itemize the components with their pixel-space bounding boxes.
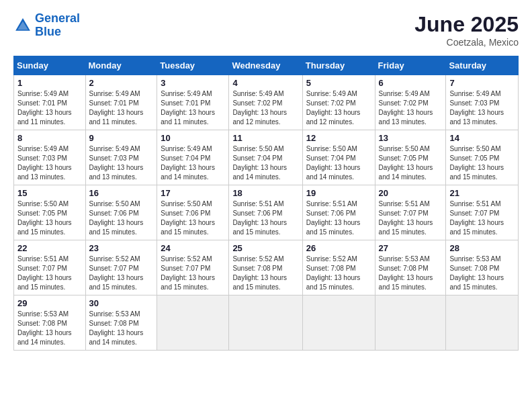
calendar-cell: 8Sunrise: 5:49 AMSunset: 7:03 PMDaylight…	[14, 130, 86, 185]
calendar-cell: 10Sunrise: 5:49 AMSunset: 7:04 PMDayligh…	[157, 130, 229, 185]
day-number: 13	[379, 133, 443, 143]
day-number: 14	[449, 133, 515, 143]
day-number: 12	[306, 133, 371, 143]
day-info: Sunrise: 5:49 AMSunset: 7:03 PMDaylight:…	[89, 144, 154, 182]
day-number: 18	[232, 188, 298, 198]
day-info: Sunrise: 5:50 AMSunset: 7:04 PMDaylight:…	[306, 144, 371, 182]
day-number: 17	[161, 188, 225, 198]
calendar-cell: 21Sunrise: 5:51 AMSunset: 7:07 PMDayligh…	[446, 185, 519, 240]
day-number: 7	[449, 78, 515, 88]
calendar-cell: 23Sunrise: 5:52 AMSunset: 7:07 PMDayligh…	[85, 240, 157, 295]
day-info: Sunrise: 5:52 AMSunset: 7:08 PMDaylight:…	[232, 255, 298, 292]
day-number: 26	[306, 243, 371, 253]
day-info: Sunrise: 5:52 AMSunset: 7:07 PMDaylight:…	[161, 255, 225, 292]
calendar-cell: 12Sunrise: 5:50 AMSunset: 7:04 PMDayligh…	[302, 130, 375, 185]
day-info: Sunrise: 5:53 AMSunset: 7:08 PMDaylight:…	[89, 310, 154, 347]
day-number: 30	[89, 298, 154, 308]
calendar-cell: 14Sunrise: 5:50 AMSunset: 7:05 PMDayligh…	[446, 130, 519, 185]
day-number: 2	[89, 78, 154, 88]
calendar-cell: 3Sunrise: 5:49 AMSunset: 7:01 PMDaylight…	[157, 75, 229, 130]
calendar-cell: 7Sunrise: 5:49 AMSunset: 7:03 PMDaylight…	[446, 75, 519, 130]
calendar-week-3: 15Sunrise: 5:50 AMSunset: 7:05 PMDayligh…	[14, 185, 519, 240]
logo-line1: General	[35, 11, 80, 25]
calendar-header: Sunday Monday Tuesday Wednesday Thursday…	[14, 56, 519, 75]
calendar-cell: 20Sunrise: 5:51 AMSunset: 7:07 PMDayligh…	[375, 185, 446, 240]
month-title: June 2025	[414, 12, 519, 37]
calendar-week-2: 8Sunrise: 5:49 AMSunset: 7:03 PMDaylight…	[14, 130, 519, 185]
day-info: Sunrise: 5:50 AMSunset: 7:05 PMDaylight:…	[17, 199, 82, 237]
day-info: Sunrise: 5:49 AMSunset: 7:02 PMDaylight:…	[232, 89, 298, 127]
day-number: 10	[161, 133, 225, 143]
day-number: 8	[17, 133, 82, 143]
calendar-cell: 27Sunrise: 5:53 AMSunset: 7:08 PMDayligh…	[375, 240, 446, 295]
day-number: 23	[89, 243, 154, 253]
calendar-cell: 4Sunrise: 5:49 AMSunset: 7:02 PMDaylight…	[229, 75, 302, 130]
day-number: 11	[232, 133, 298, 143]
day-number: 16	[89, 188, 154, 198]
day-info: Sunrise: 5:53 AMSunset: 7:08 PMDaylight:…	[449, 255, 515, 292]
day-number: 24	[161, 243, 225, 253]
calendar-cell: 6Sunrise: 5:49 AMSunset: 7:02 PMDaylight…	[375, 75, 446, 130]
calendar-cell: 24Sunrise: 5:52 AMSunset: 7:07 PMDayligh…	[157, 240, 229, 295]
day-number: 15	[17, 188, 82, 198]
calendar-cell: 19Sunrise: 5:51 AMSunset: 7:06 PMDayligh…	[302, 185, 375, 240]
calendar-week-1: 1Sunrise: 5:49 AMSunset: 7:01 PMDaylight…	[14, 75, 519, 130]
calendar-cell: 1Sunrise: 5:49 AMSunset: 7:01 PMDaylight…	[14, 75, 86, 130]
calendar-cell	[302, 295, 375, 351]
day-info: Sunrise: 5:49 AMSunset: 7:01 PMDaylight:…	[17, 89, 82, 127]
col-saturday: Saturday	[446, 56, 519, 75]
day-info: Sunrise: 5:52 AMSunset: 7:07 PMDaylight:…	[89, 255, 154, 292]
day-info: Sunrise: 5:53 AMSunset: 7:08 PMDaylight:…	[379, 255, 443, 292]
day-info: Sunrise: 5:49 AMSunset: 7:04 PMDaylight:…	[161, 144, 225, 182]
calendar-cell: 13Sunrise: 5:50 AMSunset: 7:05 PMDayligh…	[375, 130, 446, 185]
location-subtitle: Coetzala, Mexico	[414, 37, 519, 48]
day-info: Sunrise: 5:50 AMSunset: 7:06 PMDaylight:…	[89, 199, 154, 237]
calendar-cell: 29Sunrise: 5:53 AMSunset: 7:08 PMDayligh…	[14, 295, 86, 351]
calendar-cell: 5Sunrise: 5:49 AMSunset: 7:02 PMDaylight…	[302, 75, 375, 130]
calendar-cell	[157, 295, 229, 351]
calendar-cell: 30Sunrise: 5:53 AMSunset: 7:08 PMDayligh…	[85, 295, 157, 351]
calendar-cell: 11Sunrise: 5:50 AMSunset: 7:04 PMDayligh…	[229, 130, 302, 185]
day-number: 9	[89, 133, 154, 143]
day-info: Sunrise: 5:49 AMSunset: 7:01 PMDaylight:…	[89, 89, 154, 127]
page: General Blue June 2025 Coetzala, Mexico …	[0, 0, 532, 411]
day-number: 21	[449, 188, 515, 198]
calendar: Sunday Monday Tuesday Wednesday Thursday…	[13, 56, 519, 351]
col-sunday: Sunday	[14, 56, 86, 75]
day-number: 27	[379, 243, 443, 253]
weekday-row: Sunday Monday Tuesday Wednesday Thursday…	[14, 56, 519, 75]
day-number: 28	[449, 243, 515, 253]
day-number: 25	[232, 243, 298, 253]
logo-icon	[13, 16, 32, 35]
day-info: Sunrise: 5:50 AMSunset: 7:06 PMDaylight:…	[161, 199, 225, 237]
header: General Blue June 2025 Coetzala, Mexico	[13, 12, 519, 48]
day-info: Sunrise: 5:49 AMSunset: 7:03 PMDaylight:…	[449, 89, 515, 127]
logo-text: General Blue	[35, 12, 80, 39]
calendar-cell	[229, 295, 302, 351]
calendar-week-5: 29Sunrise: 5:53 AMSunset: 7:08 PMDayligh…	[14, 295, 519, 351]
day-info: Sunrise: 5:49 AMSunset: 7:02 PMDaylight:…	[306, 89, 371, 127]
day-info: Sunrise: 5:51 AMSunset: 7:06 PMDaylight:…	[232, 199, 298, 237]
calendar-week-4: 22Sunrise: 5:51 AMSunset: 7:07 PMDayligh…	[14, 240, 519, 295]
calendar-cell: 22Sunrise: 5:51 AMSunset: 7:07 PMDayligh…	[14, 240, 86, 295]
day-info: Sunrise: 5:51 AMSunset: 7:06 PMDaylight:…	[306, 199, 371, 237]
day-number: 3	[161, 78, 225, 88]
calendar-cell	[375, 295, 446, 351]
day-info: Sunrise: 5:51 AMSunset: 7:07 PMDaylight:…	[17, 255, 82, 292]
day-info: Sunrise: 5:49 AMSunset: 7:03 PMDaylight:…	[17, 144, 82, 182]
day-number: 19	[306, 188, 371, 198]
day-number: 20	[379, 188, 443, 198]
col-friday: Friday	[375, 56, 446, 75]
calendar-cell: 28Sunrise: 5:53 AMSunset: 7:08 PMDayligh…	[446, 240, 519, 295]
title-area: June 2025 Coetzala, Mexico	[414, 12, 519, 48]
logo: General Blue	[13, 12, 80, 39]
calendar-cell: 9Sunrise: 5:49 AMSunset: 7:03 PMDaylight…	[85, 130, 157, 185]
col-tuesday: Tuesday	[157, 56, 229, 75]
col-monday: Monday	[85, 56, 157, 75]
calendar-cell: 17Sunrise: 5:50 AMSunset: 7:06 PMDayligh…	[157, 185, 229, 240]
calendar-cell: 15Sunrise: 5:50 AMSunset: 7:05 PMDayligh…	[14, 185, 86, 240]
day-info: Sunrise: 5:51 AMSunset: 7:07 PMDaylight:…	[379, 199, 443, 237]
calendar-cell: 2Sunrise: 5:49 AMSunset: 7:01 PMDaylight…	[85, 75, 157, 130]
day-info: Sunrise: 5:50 AMSunset: 7:05 PMDaylight:…	[379, 144, 443, 182]
day-number: 29	[17, 298, 82, 308]
